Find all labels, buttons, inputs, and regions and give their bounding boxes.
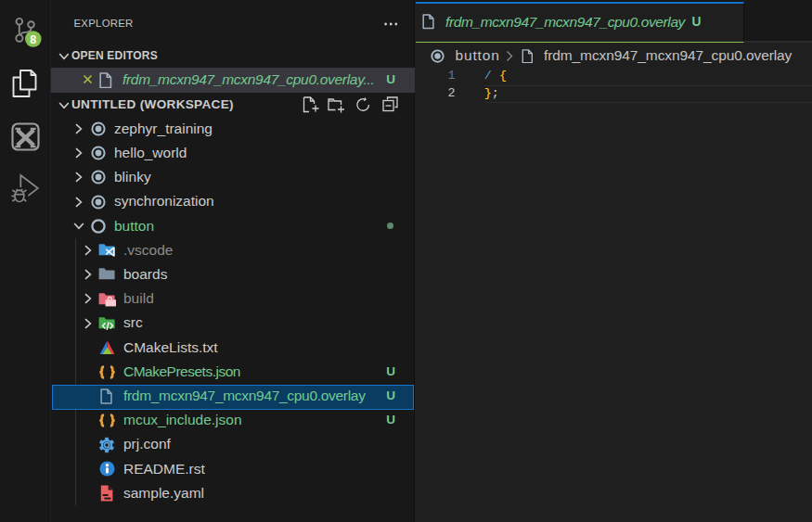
svg-text:8: 8: [30, 33, 36, 46]
